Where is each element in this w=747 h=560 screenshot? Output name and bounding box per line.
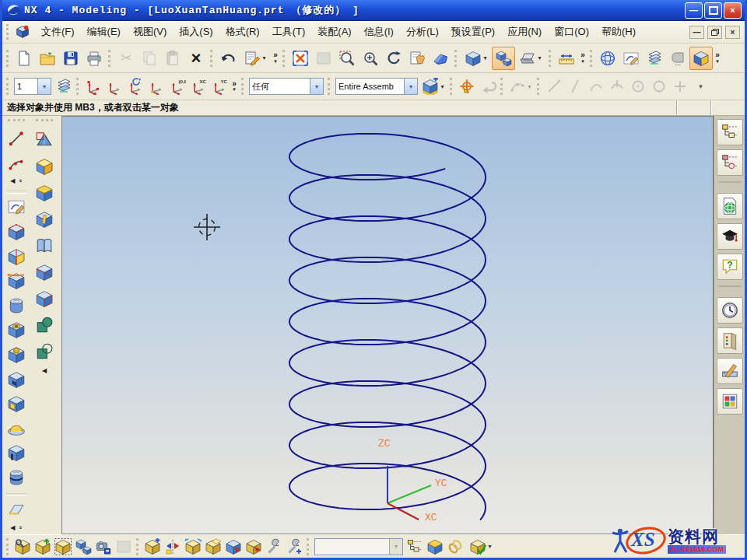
line-tool-button[interactable]: [4, 128, 29, 151]
menu-help[interactable]: 帮助(H): [595, 23, 642, 41]
point-filter-button[interactable]: [456, 76, 477, 97]
datum-csys-button[interactable]: [32, 128, 57, 152]
help-button[interactable]: ?: [717, 254, 743, 280]
menu-format[interactable]: 格式(R): [219, 23, 266, 41]
csys-dialog-button[interactable]: [103, 76, 124, 97]
split-body-button[interactable]: [32, 286, 57, 311]
wave-interpart-button[interactable]: [284, 537, 304, 557]
mdi-minimize-button[interactable]: —: [689, 26, 704, 39]
trimmed-body-button[interactable]: [32, 260, 57, 285]
assembly-navigator-button[interactable]: [717, 119, 743, 145]
helix-curve[interactable]: [289, 134, 486, 520]
save-button[interactable]: [59, 47, 82, 70]
menu-assemblies[interactable]: 装配(A): [311, 23, 357, 41]
dropdown-arrow-icon[interactable]: ▾: [487, 543, 493, 550]
boss-button[interactable]: [4, 343, 29, 366]
new-document-button[interactable]: [12, 47, 36, 70]
tube-button[interactable]: [4, 294, 29, 317]
pan-view-button[interactable]: [405, 47, 429, 70]
arc-tool-button[interactable]: [4, 152, 29, 175]
layer-settings-button[interactable]: [53, 76, 74, 97]
measure-distance-button[interactable]: [555, 47, 578, 70]
trim-body-button[interactable]: [4, 245, 29, 268]
zoom-box-button[interactable]: [335, 47, 359, 70]
selection-scope[interactable]: Entire Assemb▾: [335, 78, 418, 95]
feature-operation-collapse[interactable]: ◀: [42, 366, 47, 376]
open-component-button[interactable]: [33, 537, 53, 557]
chevron-down-icon[interactable]: ▾: [37, 79, 51, 94]
surface-analysis-button[interactable]: [596, 47, 619, 70]
find-component-button[interactable]: [12, 537, 33, 557]
minimize-button[interactable]: —: [685, 2, 703, 19]
pocket-button[interactable]: [4, 368, 29, 391]
snap-more-button[interactable]: ▾: [690, 76, 711, 97]
substitute-component-button[interactable]: [223, 537, 244, 557]
pad-feature-button[interactable]: [32, 180, 57, 205]
feature-toolbar-collapse[interactable]: ◀»: [10, 523, 23, 532]
verify-constraints-button[interactable]: ▾: [465, 537, 496, 557]
menu-analysis[interactable]: 分析(L): [400, 23, 445, 41]
menu-view[interactable]: 视图(V): [127, 23, 173, 41]
shaded-view-button[interactable]: ▾: [461, 47, 492, 70]
dropdown-arrow-icon[interactable]: ▾: [482, 54, 489, 61]
mdi-restore-button[interactable]: [707, 26, 722, 39]
menu-window[interactable]: 窗口(O): [548, 23, 595, 41]
chevron-down-icon[interactable]: ▾: [389, 539, 402, 555]
start-application-button[interactable]: [689, 47, 713, 70]
datum-plane-button[interactable]: [4, 499, 29, 522]
open-button[interactable]: [36, 47, 59, 70]
graphics-viewport[interactable]: ZCYCXC: [61, 116, 714, 534]
hole-button[interactable]: [4, 319, 29, 342]
replace-component-button[interactable]: [244, 537, 264, 557]
menu-information[interactable]: 信息(I): [358, 23, 400, 41]
wcs-orient-button[interactable]: [146, 76, 167, 97]
wcs-origin-button[interactable]: (0,0,0): [167, 76, 188, 97]
work-part-button[interactable]: ▾: [419, 76, 447, 97]
toolbar-drag-handle[interactable]: [8, 119, 25, 125]
display-mode-button[interactable]: ▾: [515, 47, 546, 70]
sheet-operation-button[interactable]: [643, 47, 666, 70]
utility-overflow[interactable]: »▾: [578, 52, 587, 63]
materials-palette-button[interactable]: [717, 388, 743, 415]
wcs-overflow[interactable]: »▾: [230, 81, 239, 92]
show-product-outline-button[interactable]: [73, 537, 93, 557]
edit-toolbar-overflow[interactable]: »▾: [271, 52, 280, 63]
part-navigator-button[interactable]: [717, 149, 743, 176]
layer-select[interactable]: 1▾: [14, 78, 51, 95]
fit-view-button[interactable]: [289, 47, 312, 70]
zoom-in-out-button[interactable]: [359, 47, 382, 70]
sweep-along-guide-button[interactable]: [4, 269, 29, 292]
component-name-filter[interactable]: ▾: [314, 538, 403, 555]
dropdown-arrow-icon[interactable]: ▾: [527, 83, 533, 90]
menu-application[interactable]: 应用(N): [501, 23, 548, 41]
subtract-button[interactable]: [32, 339, 57, 364]
chevron-down-icon[interactable]: ▾: [404, 79, 417, 94]
toolbar-drag-handle[interactable]: [36, 119, 53, 125]
menu-file[interactable]: 文件(F): [35, 23, 81, 41]
menu-edit[interactable]: 编辑(E): [81, 23, 127, 41]
extrude-button[interactable]: [4, 220, 29, 243]
rotate-view-button[interactable]: [382, 47, 405, 70]
redo-history-button[interactable]: ▾: [240, 47, 271, 70]
menu-preferences[interactable]: 预设置(P): [445, 23, 501, 41]
wave-geometry-linker-button[interactable]: [264, 537, 284, 557]
pattern-component-button[interactable]: [203, 537, 223, 557]
mirror-assembly-button[interactable]: [163, 537, 183, 557]
dropdown-arrow-icon[interactable]: ▾: [537, 54, 543, 61]
sketch-button[interactable]: [619, 47, 643, 70]
delete-button[interactable]: ×: [184, 47, 208, 70]
perspective-view-button[interactable]: [429, 47, 452, 70]
web-browser-button[interactable]: [717, 193, 743, 219]
component-hierarchy-button[interactable]: [405, 537, 425, 557]
menu-insert[interactable]: 插入(S): [173, 23, 219, 41]
point-dialog-button[interactable]: [82, 76, 103, 97]
groove-button[interactable]: [4, 466, 29, 489]
unite-button[interactable]: [32, 313, 57, 338]
undo-button[interactable]: [216, 47, 240, 70]
tutorials-button[interactable]: [717, 223, 743, 250]
history-palette-button[interactable]: [717, 297, 743, 324]
chevron-down-icon[interactable]: ▾: [310, 79, 323, 94]
application-overflow[interactable]: »▾: [713, 52, 722, 63]
select-components-button[interactable]: [53, 537, 73, 557]
pad-button[interactable]: [4, 392, 29, 415]
